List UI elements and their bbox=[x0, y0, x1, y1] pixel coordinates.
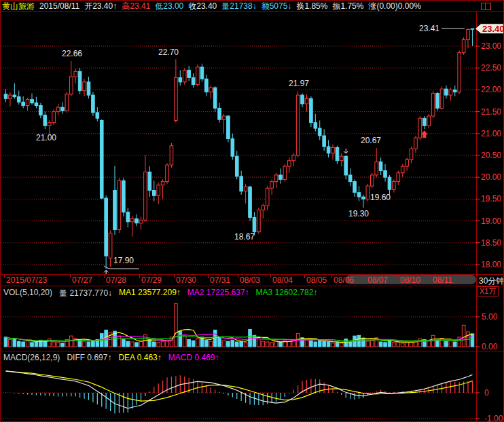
date-tick bbox=[270, 275, 271, 278]
date-label: 07/31 bbox=[210, 275, 230, 285]
date-label: 07/28 bbox=[106, 275, 126, 285]
quote-header-field: 开23.40↑ bbox=[84, 1, 117, 12]
quote-header-field: 2015/08/11 bbox=[39, 1, 79, 11]
date-tick bbox=[398, 275, 399, 278]
date-tick bbox=[70, 275, 71, 278]
price-axis-label: 20.50 bbox=[481, 151, 501, 160]
quote-header-field: 量21738↓ bbox=[221, 1, 256, 12]
current-price-tag: 23.40 bbox=[475, 24, 504, 34]
macd-axis-label: -1.00 bbox=[484, 414, 503, 422]
price-axis-label: 19.50 bbox=[481, 194, 501, 204]
price-axis-label: 23.00 bbox=[481, 41, 501, 51]
price-annotation: 17.90 bbox=[113, 256, 134, 265]
price-annotation: 21.97 bbox=[289, 79, 309, 88]
quote-header-field: 换1.85% bbox=[296, 1, 327, 12]
price-axis-label: 22.00 bbox=[481, 85, 501, 94]
date-label: 08/06 bbox=[334, 275, 354, 285]
price-annotation: 23.41 bbox=[419, 24, 439, 33]
date-tick bbox=[238, 275, 238, 278]
date-tick bbox=[208, 275, 209, 278]
period-toggle-icon[interactable] bbox=[481, 3, 491, 10]
date-tick bbox=[365, 275, 366, 278]
quote-header-field: 高23.41 bbox=[122, 1, 150, 12]
stock-app-window: 黄山旅游2015/08/11开23.40↑高23.41低23.00收23.40量… bbox=[0, 0, 504, 422]
date-tick bbox=[431, 275, 431, 278]
date-tick bbox=[4, 275, 5, 278]
date-label: 08/05 bbox=[306, 275, 327, 285]
date-label: 07/27 bbox=[72, 275, 92, 285]
price-annotation: 21.00 bbox=[36, 133, 56, 142]
quote-header-field: 振1.75% bbox=[332, 1, 363, 12]
current-price-tag-text: 23.40 bbox=[482, 24, 504, 34]
price-axis-label: 18.00 bbox=[481, 260, 501, 269]
price-annotation: 19.60 bbox=[370, 193, 391, 202]
price-axis-label: 19.00 bbox=[481, 216, 501, 226]
date-tick bbox=[174, 275, 175, 278]
price-axis-label: 22.50 bbox=[481, 63, 501, 73]
date-label: 2015/07/23 bbox=[6, 275, 47, 285]
date-tick bbox=[304, 275, 305, 278]
diff-line bbox=[6, 371, 473, 408]
main-candlestick-chart[interactable]: 23.0022.5022.0021.5021.0020.5020.0019.50… bbox=[1, 11, 504, 274]
price-axis-label: 18.50 bbox=[481, 238, 501, 248]
date-tick bbox=[331, 275, 332, 278]
date-tick bbox=[104, 275, 105, 278]
price-annotation: 19.30 bbox=[348, 209, 369, 218]
volume-axis-label: 0.00 bbox=[482, 342, 498, 351]
date-label: 08/03 bbox=[240, 275, 260, 285]
price-axis-label: 21.00 bbox=[481, 129, 501, 138]
sell-signal-arrow-icon bbox=[344, 149, 348, 153]
quote-header-field: 涨(0.00)0.00% bbox=[368, 1, 420, 12]
date-label: 07/29 bbox=[141, 275, 162, 285]
volume-chart[interactable]: 5.000.00 bbox=[1, 286, 504, 351]
dea-line bbox=[6, 371, 473, 401]
date-label: 08/10 bbox=[400, 275, 420, 285]
quote-header-field: 低23.00 bbox=[155, 1, 183, 12]
low-point-arrow-icon bbox=[104, 270, 108, 274]
date-label: 08/11 bbox=[433, 275, 452, 285]
price-annotation: 22.70 bbox=[158, 47, 179, 57]
price-annotation: 22.66 bbox=[62, 49, 82, 58]
buy-signal-arrow-icon bbox=[421, 130, 428, 138]
quote-header-field: 收23.40 bbox=[188, 1, 217, 12]
quote-header-field: 额5075↓ bbox=[262, 1, 292, 12]
volume-axis-label: 5.00 bbox=[482, 312, 498, 322]
quote-header-field: 黄山旅游 bbox=[2, 1, 35, 12]
macd-axis-label: 0 bbox=[484, 388, 489, 398]
date-label: 08/07 bbox=[367, 275, 388, 285]
price-axis-label: 21.50 bbox=[481, 107, 501, 117]
price-annotation: 18.67 bbox=[234, 232, 255, 242]
date-label: 07/30 bbox=[176, 275, 196, 285]
date-tick bbox=[139, 275, 140, 278]
date-axis: 30分钟 2015/07/2307/2707/2807/2907/3007/31… bbox=[1, 275, 504, 285]
macd-chart[interactable]: 0-1.00 bbox=[1, 351, 504, 422]
date-label: 08/04 bbox=[272, 275, 293, 285]
price-axis-label: 20.00 bbox=[481, 172, 501, 182]
price-annotation: 20.67 bbox=[361, 136, 381, 145]
quote-header: 黄山旅游2015/08/11开23.40↑高23.41低23.00收23.40量… bbox=[2, 1, 478, 11]
